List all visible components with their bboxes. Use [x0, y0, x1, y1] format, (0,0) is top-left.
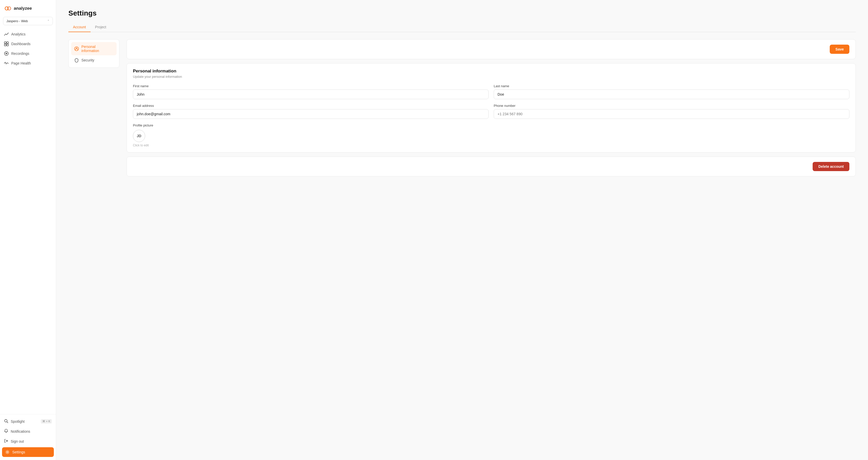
section-subtitle: Update your personal information [133, 75, 849, 78]
tab-project[interactable]: Project [91, 23, 111, 32]
chart-line-icon [4, 32, 9, 36]
first-name-group: First name [133, 84, 489, 99]
sidebar-item-recordings[interactable]: Recordings [0, 49, 56, 58]
shield-icon [74, 58, 79, 63]
phone-label: Phone number [494, 104, 849, 108]
delete-card: Delete account [127, 157, 856, 176]
panel-item-security[interactable]: Security [71, 55, 117, 65]
svg-rect-5 [7, 44, 8, 46]
recordings-icon [4, 51, 9, 56]
page-health-icon [4, 61, 9, 66]
email-group: Email address [133, 104, 489, 119]
logo: analyzee [0, 0, 56, 16]
phone-input[interactable] [494, 109, 849, 119]
main-content: Settings Account Project Personal inform… [56, 0, 868, 460]
bell-icon [4, 429, 8, 434]
sidebar-item-analytics-label: Analytics [11, 32, 26, 36]
tabs-bar: Account Project [68, 23, 856, 32]
sidebar-sign-out-label: Sign out [11, 439, 24, 443]
sidebar-item-analytics[interactable]: Analytics [0, 29, 56, 39]
workspace-name: Jaspero - Web [6, 19, 28, 23]
delete-account-button[interactable]: Delete account [813, 162, 849, 171]
sidebar-item-notifications[interactable]: Notifications [0, 426, 56, 436]
save-card-header: Save [133, 45, 849, 54]
workspace-selector[interactable]: Jaspero - Web ⌃ [3, 17, 53, 25]
panel-item-personal-information[interactable]: Personal information [71, 42, 117, 55]
panel-item-security-label: Security [82, 58, 94, 62]
right-panel: Save Personal information Update your pe… [127, 39, 856, 176]
last-name-label: Last name [494, 84, 849, 88]
sidebar-item-page-health-label: Page Health [11, 61, 31, 65]
sidebar-item-recordings-label: Recordings [11, 52, 29, 56]
contact-row: Email address Phone number [133, 104, 849, 119]
save-button[interactable]: Save [830, 45, 849, 54]
email-label: Email address [133, 104, 489, 108]
name-row: First name Last name [133, 84, 849, 99]
email-input[interactable] [133, 109, 489, 119]
sidebar-spotlight-label: Spotlight [11, 420, 25, 424]
sidebar-nav: Analytics Dashboards Recordings [0, 28, 56, 414]
svg-line-9 [7, 422, 8, 423]
sidebar-settings-label: Settings [12, 450, 25, 454]
sidebar-notifications-label: Notifications [11, 429, 30, 433]
spotlight-shortcut: ⌘ + K [41, 419, 52, 424]
tab-account[interactable]: Account [68, 23, 91, 32]
avatar[interactable]: JD [133, 130, 145, 142]
svg-point-11 [7, 452, 8, 453]
svg-rect-4 [4, 44, 6, 46]
sidebar: analyzee Jaspero - Web ⌃ Analytics [0, 0, 56, 460]
svg-rect-3 [7, 42, 8, 43]
first-name-input[interactable] [133, 90, 489, 99]
sidebar-item-settings[interactable]: Settings [2, 447, 54, 457]
chevron-down-icon: ⌃ [47, 20, 50, 23]
svg-point-1 [7, 7, 11, 10]
profile-picture-section: Profile picture JD Click to edit [133, 123, 849, 147]
sidebar-item-dashboards[interactable]: Dashboards [0, 39, 56, 49]
content-layout: Personal information Security Save [68, 39, 856, 176]
last-name-input[interactable] [494, 90, 849, 99]
panel-item-personal-information-label: Personal information [82, 45, 114, 53]
user-circle-icon [74, 46, 79, 51]
last-name-group: Last name [494, 84, 849, 99]
sidebar-item-dashboards-label: Dashboards [11, 42, 31, 46]
brand-name: analyzee [14, 6, 32, 11]
first-name-label: First name [133, 84, 489, 88]
phone-group: Phone number [494, 104, 849, 119]
svg-point-7 [6, 53, 7, 54]
search-icon [4, 419, 8, 424]
section-title: Personal information [133, 69, 849, 74]
sidebar-bottom: Spotlight ⌘ + K Notifications Sign out [0, 414, 56, 460]
dashboard-icon [4, 41, 9, 46]
sidebar-item-spotlight[interactable]: Spotlight ⌘ + K [0, 417, 56, 426]
page-title: Settings [68, 9, 856, 17]
sign-out-icon [4, 439, 8, 444]
click-to-edit-label: Click to edit [133, 143, 849, 147]
settings-icon [5, 450, 10, 454]
sidebar-item-sign-out[interactable]: Sign out [0, 436, 56, 446]
save-card: Save [127, 39, 856, 59]
sidebar-item-page-health[interactable]: Page Health [0, 58, 56, 68]
svg-rect-2 [4, 42, 6, 43]
logo-icon [4, 5, 12, 12]
left-panel: Personal information Security [68, 39, 119, 68]
profile-picture-label: Profile picture [133, 123, 849, 127]
personal-info-card: Personal information Update your persona… [127, 63, 856, 153]
